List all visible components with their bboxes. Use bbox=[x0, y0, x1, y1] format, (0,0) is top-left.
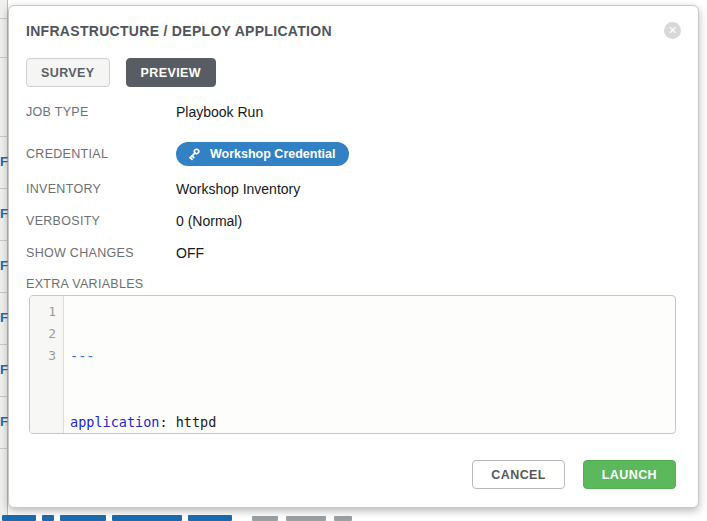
line-number: 1 bbox=[30, 301, 56, 323]
line-number: 2 bbox=[30, 323, 56, 345]
modal-header: INFRASTRUCTURE / DEPLOY APPLICATION ✕ bbox=[26, 21, 681, 39]
field-value: OFF bbox=[176, 245, 204, 261]
background-text-fragment bbox=[188, 515, 232, 521]
yaml-doc-separator: --- bbox=[70, 348, 94, 364]
extra-variables-label: EXTRA VARIABLES bbox=[26, 277, 681, 291]
code-line: --- bbox=[70, 345, 675, 367]
background-link-fragment: F bbox=[0, 259, 8, 272]
background-link-fragment: F bbox=[0, 363, 8, 376]
field-credential: CREDENTIAL Workshop Credential bbox=[26, 142, 681, 166]
background-link-fragment: F bbox=[0, 415, 8, 428]
background-row-divider bbox=[0, 188, 8, 189]
close-icon[interactable]: ✕ bbox=[664, 22, 681, 39]
modal-footer: CANCEL LAUNCH bbox=[26, 460, 676, 489]
yaml-key: application bbox=[70, 414, 159, 430]
field-verbosity: VERBOSITY 0 (Normal) bbox=[26, 213, 681, 229]
background-row-divider bbox=[0, 18, 8, 19]
background-row-divider bbox=[0, 344, 8, 345]
field-value: Playbook Run bbox=[176, 104, 263, 120]
line-number: 3 bbox=[30, 345, 56, 367]
background-clipped-row bbox=[0, 508, 707, 521]
background-row-divider bbox=[0, 448, 8, 449]
background-row-divider bbox=[0, 240, 8, 241]
key-icon bbox=[187, 147, 201, 161]
background-text-fragment bbox=[42, 515, 54, 521]
field-show-changes: SHOW CHANGES OFF bbox=[26, 245, 681, 261]
background-link-fragment: F bbox=[0, 311, 8, 324]
modal-title: INFRASTRUCTURE / DEPLOY APPLICATION bbox=[26, 21, 332, 39]
tab-survey[interactable]: SURVEY bbox=[26, 58, 110, 87]
credential-chip-label: Workshop Credential bbox=[210, 147, 335, 161]
background-text-fragment bbox=[112, 515, 182, 521]
field-value: 0 (Normal) bbox=[176, 213, 242, 229]
extra-variables-editor[interactable]: 1 2 3 --- application: httpd bbox=[29, 295, 676, 434]
background-link-fragment: F bbox=[0, 155, 8, 168]
editor-code-area[interactable]: --- application: httpd bbox=[64, 296, 675, 433]
background-text-fragment bbox=[334, 516, 352, 521]
credential-chip[interactable]: Workshop Credential bbox=[176, 142, 349, 166]
deploy-application-modal: INFRASTRUCTURE / DEPLOY APPLICATION ✕ SU… bbox=[8, 5, 699, 508]
background-row-divider bbox=[0, 136, 8, 137]
tab-preview[interactable]: PREVIEW bbox=[126, 58, 216, 87]
preview-survey-tabs: SURVEY PREVIEW bbox=[26, 58, 681, 87]
background-text-fragment bbox=[252, 516, 278, 521]
field-label: VERBOSITY bbox=[26, 214, 176, 228]
field-label: SHOW CHANGES bbox=[26, 246, 176, 260]
editor-line-numbers: 1 2 3 bbox=[30, 296, 64, 433]
yaml-value: : httpd bbox=[159, 414, 216, 430]
background-row-divider bbox=[0, 396, 8, 397]
launch-button[interactable]: LAUNCH bbox=[583, 460, 676, 489]
field-label: CREDENTIAL bbox=[26, 147, 176, 161]
background-text-fragment bbox=[60, 515, 106, 521]
field-label: INVENTORY bbox=[26, 182, 176, 196]
field-inventory: INVENTORY Workshop Inventory bbox=[26, 181, 681, 197]
field-job-type: JOB TYPE Playbook Run bbox=[26, 104, 681, 120]
field-value: Workshop Inventory bbox=[176, 181, 300, 197]
background-text-fragment bbox=[2, 515, 36, 521]
background-link-fragment: F bbox=[0, 207, 8, 220]
background-page-edge: F F F F F F bbox=[0, 0, 8, 521]
code-line: application: httpd bbox=[70, 411, 675, 433]
field-label: JOB TYPE bbox=[26, 105, 176, 119]
background-text-fragment bbox=[286, 516, 326, 521]
background-row-divider bbox=[0, 57, 8, 58]
background-row-divider bbox=[0, 292, 8, 293]
cancel-button[interactable]: CANCEL bbox=[472, 460, 564, 489]
